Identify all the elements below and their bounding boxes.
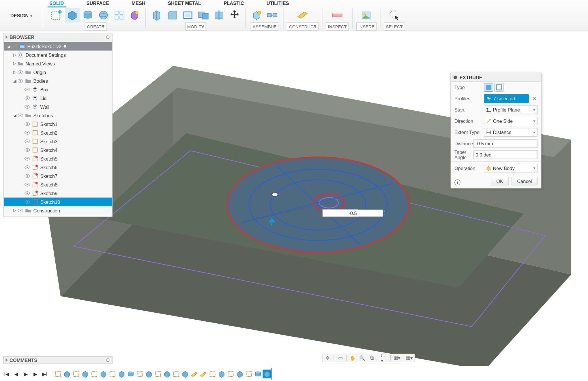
comments-expand-icon[interactable] [6,359,8,362]
expand-icon[interactable]: ▷ [13,61,17,66]
timeline-item-3[interactable] [81,370,90,378]
visibility-icon[interactable] [24,95,31,102]
timeline-item-18[interactable] [217,370,226,378]
timeline-item-4[interactable] [90,370,99,378]
expand-icon[interactable]: ▷ [13,53,17,57]
timeline-item-9[interactable] [136,370,144,378]
timeline-item-1[interactable] [63,370,72,378]
timeline-item-21[interactable] [245,370,253,378]
shell-icon[interactable] [181,8,195,22]
fillet-icon[interactable] [165,8,180,22]
visibility-icon[interactable] [17,69,24,76]
extrude-icon[interactable] [65,8,80,22]
joint-icon[interactable] [265,8,280,22]
timeline-item-19[interactable] [226,370,235,378]
body-node-1[interactable]: Lid [4,94,112,103]
distance-input[interactable] [473,139,538,148]
move-icon[interactable] [227,8,242,22]
doc-settings-node[interactable]: ▷Document Settings [4,51,112,59]
sketch-node-6[interactable]: Sketch7 [4,172,112,180]
visibility-icon[interactable] [24,147,31,154]
sketch-node-1[interactable]: Sketch2 [4,129,112,137]
visibility-icon[interactable] [24,138,31,145]
timeline-marker[interactable] [271,368,272,380]
visibility-icon[interactable] [24,164,31,171]
sketch-node-0[interactable]: Sketch1 [4,120,112,129]
select-group-label[interactable]: SELECT [384,22,405,31]
root-node[interactable]: ◢PuzzleBox01 v2 [4,42,112,51]
timeline-item-20[interactable] [235,370,244,378]
timeline-item-5[interactable] [99,370,108,378]
visibility-icon[interactable] [17,207,24,214]
cancel-button[interactable]: Cancel [512,177,538,186]
timeline-item-7[interactable] [117,370,126,378]
bodies-node[interactable]: ◢Bodies [4,77,112,85]
presspull-icon[interactable] [149,8,164,22]
timeline-item-12[interactable] [163,370,171,378]
tl-play-icon[interactable]: ▶ [22,370,29,378]
workspace-selector[interactable]: DESIGN [0,0,43,31]
visibility-icon[interactable] [24,103,31,110]
visibility-icon[interactable] [17,112,24,119]
timeline-item-0[interactable] [54,370,62,378]
tl-prev-icon[interactable]: ◀ [12,370,20,378]
timeline-item-6[interactable] [108,370,117,378]
visibility-icon[interactable] [24,86,31,93]
visibility-icon[interactable] [24,199,31,205]
type-thin-icon[interactable] [494,83,504,92]
sketches-node[interactable]: ◢Sketches [4,111,112,120]
start-dropdown[interactable]: Profile Plane [484,105,538,114]
split-icon[interactable] [212,8,226,22]
fit-icon[interactable]: ⧉ [368,354,375,361]
tl-end-icon[interactable]: ▶I [41,370,48,378]
timeline-item-8[interactable] [126,370,135,378]
new-sketch-icon[interactable] [49,8,64,22]
extent-dropdown[interactable]: Distance [484,128,538,137]
timeline-item-16[interactable] [199,370,208,378]
assemble-group-label[interactable]: ASSEMBLE [251,22,278,31]
insert-icon[interactable] [359,8,374,22]
visibility-icon[interactable] [24,155,31,162]
combine-icon[interactable] [196,8,211,22]
timeline-item-22[interactable] [254,370,262,378]
sketch-node-5[interactable]: Sketch6 [4,163,112,172]
timeline-item-2[interactable] [72,370,80,378]
timeline-item-10[interactable] [145,370,153,378]
insert-group-label[interactable]: INSERT [356,22,377,31]
sphere-icon[interactable] [96,8,111,22]
expand-icon[interactable]: ◢ [7,44,11,48]
visibility-icon[interactable] [24,173,31,180]
body-node-2[interactable]: Wall [4,103,112,111]
info-icon[interactable]: i [454,180,460,186]
pan-icon[interactable]: ✋ [349,354,356,361]
plane-icon[interactable] [295,8,310,22]
timeline-item-11[interactable] [154,370,162,378]
revolve-icon[interactable] [80,8,95,22]
browser-collapse-icon[interactable] [6,35,8,39]
operation-dropdown[interactable]: New Body [484,164,538,173]
dimension-input[interactable]: ▲▼ [323,209,358,217]
comments-panel[interactable]: COMMENTS [3,356,113,364]
timeline-item-13[interactable] [172,370,181,378]
sketch-node-2[interactable]: Sketch3 [4,137,112,146]
direction-dropdown[interactable]: One Side [484,117,538,125]
named-views-node[interactable]: ▷Named Views [4,59,112,68]
visibility-icon[interactable] [24,190,31,197]
box-pattern-icon[interactable] [112,8,126,22]
create-group-label[interactable]: CREATE [85,22,106,31]
sketch-node-4[interactable]: Sketch5 [4,154,112,163]
profiles-clear-icon[interactable]: ✕ [531,96,538,101]
timeline-item-23[interactable] [263,370,271,378]
sketch-node-7[interactable]: Sketch8 [4,180,112,189]
tl-start-icon[interactable]: I◀ [3,370,10,378]
timeline-item-17[interactable] [208,370,217,378]
body-node-0[interactable]: Box [4,85,112,94]
new-component-icon[interactable] [249,8,264,22]
type-solid-icon[interactable] [484,83,493,92]
origin-node[interactable]: ▷Origin [4,68,112,77]
expand-icon[interactable]: ▷ [13,70,17,74]
dimension-spinner[interactable]: ▲▼ [383,210,385,217]
profiles-chip[interactable]: 7 selected [484,94,529,103]
display-icon[interactable]: 🖵▾ [381,354,388,361]
select-icon[interactable] [387,8,402,22]
